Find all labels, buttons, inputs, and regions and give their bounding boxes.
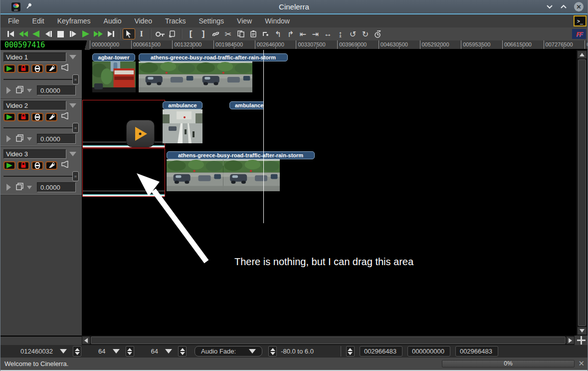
track-play-toggle[interactable] — [3, 161, 15, 170]
playhead-cursor[interactable] — [263, 50, 264, 223]
prev-label-button[interactable]: ↰ — [272, 28, 284, 39]
track-draw-toggle[interactable] — [45, 64, 57, 73]
track-fader-value[interactable] — [37, 134, 76, 144]
amplitude-value[interactable]: 64 — [98, 348, 105, 355]
selection-length-value[interactable]: 000000000 — [407, 346, 450, 357]
expand-crosshair-icon[interactable] — [575, 336, 588, 345]
track-expander-arrow[interactable] — [6, 184, 11, 191]
automation-layers-icon[interactable] — [16, 134, 24, 144]
selection-start-value[interactable]: 002966483 — [360, 346, 402, 357]
track-play-toggle[interactable] — [3, 64, 15, 73]
menu-settings[interactable]: Settings — [192, 14, 230, 27]
clip-title-bar[interactable]: athens-greece-busy-road-traffic-after-ra… — [167, 151, 315, 159]
menu-keyframes[interactable]: Keyframes — [51, 14, 97, 27]
paste-button[interactable] — [247, 28, 259, 39]
cut-button[interactable]: ✂ — [222, 28, 234, 39]
stop-button[interactable] — [54, 28, 67, 39]
menu-tracks[interactable]: Tracks — [159, 14, 192, 27]
play-button[interactable] — [79, 28, 92, 39]
empty-drag-area-track2[interactable] — [82, 100, 165, 148]
out-point-button[interactable]: ] — [197, 28, 209, 39]
slider-handle[interactable]: = — [72, 171, 79, 181]
track-arm-toggle[interactable] — [17, 64, 29, 73]
menu-edit[interactable]: Edit — [26, 14, 51, 27]
amplitude-spinner[interactable] — [126, 346, 134, 357]
sample-zoom-chevron-down-icon[interactable] — [60, 349, 67, 354]
clip-agbar-tower[interactable]: agbar-tower — [92, 53, 136, 61]
maximize-icon[interactable] — [560, 4, 567, 9]
track-fade-slider[interactable]: = — [3, 123, 80, 133]
selection-spinner[interactable] — [346, 346, 355, 357]
ff-badge-icon[interactable]: FF — [572, 29, 586, 39]
vertical-scrollbar[interactable] — [577, 50, 588, 336]
track-fade-slider[interactable]: = — [3, 74, 80, 84]
track-fade-slider[interactable]: = — [3, 171, 80, 181]
automation-layers-icon[interactable] — [16, 86, 24, 95]
track-menu-chevron-down-icon[interactable] — [69, 152, 76, 156]
label-button[interactable] — [209, 28, 222, 39]
track-menu-chevron-down-icon[interactable] — [69, 55, 76, 59]
clip-title-bar[interactable]: ambulance — [229, 101, 263, 109]
track-play-toggle[interactable] — [3, 113, 15, 121]
timeline-ruler[interactable]: 000000000 000661500 001323000 001984500 … — [90, 40, 588, 50]
track-monitor-speaker-icon[interactable] — [61, 161, 69, 170]
arrow-tool-button[interactable] — [123, 28, 135, 39]
automation-range-spinner[interactable] — [268, 346, 277, 357]
clip-title-bar[interactable]: agbar-tower — [92, 53, 135, 61]
fast-forward-button[interactable] — [92, 28, 104, 39]
track-height-value[interactable]: 64 — [151, 348, 158, 355]
automation-range-value[interactable]: -80.0 to 6.0 — [281, 348, 314, 355]
clip-athens-traffic-track1[interactable]: athens-greece-busy-road-traffic-after-ra… — [139, 53, 288, 61]
clip-ambulance-1[interactable]: ambulance — [163, 101, 202, 109]
span-keyframes-button[interactable] — [166, 28, 179, 39]
terminal-icon[interactable]: >_ — [574, 15, 587, 26]
horizontal-scrollbar[interactable] — [82, 336, 575, 345]
clip-ambulance-2[interactable]: ambulance — [229, 101, 263, 109]
fade-automation-line[interactable] — [83, 191, 165, 191]
track-height-spinner[interactable] — [178, 346, 187, 357]
track-expander-arrow[interactable] — [6, 135, 11, 142]
undo-button[interactable]: ↺ — [347, 28, 359, 39]
slider-handle[interactable]: = — [72, 123, 79, 133]
automation-chevron-down-icon[interactable] — [27, 186, 32, 189]
horizontal-scroll-thumb[interactable] — [91, 337, 566, 344]
frame-forward-button[interactable] — [67, 28, 79, 39]
track-arm-toggle[interactable] — [17, 113, 29, 121]
menu-video[interactable]: Video — [128, 14, 159, 27]
track-monitor-speaker-icon[interactable] — [61, 112, 69, 121]
vertical-scroll-thumb[interactable] — [578, 59, 586, 326]
close-icon[interactable]: ✕ — [574, 2, 584, 11]
ibeam-tool-button[interactable]: I — [135, 28, 148, 39]
fit-autos-button[interactable]: ↨ — [334, 28, 347, 39]
scroll-left-arrow[interactable] — [82, 337, 90, 344]
keyframe-button[interactable] — [154, 28, 166, 39]
track-fader-value[interactable] — [37, 85, 76, 95]
copy-button[interactable] — [234, 28, 247, 39]
track-monitor-speaker-icon[interactable] — [61, 64, 69, 73]
timeline-canvas[interactable]: agbar-tower athens-greece-busy-road-traf… — [82, 50, 577, 336]
scroll-right-arrow[interactable] — [567, 337, 574, 344]
track-expander-arrow[interactable] — [6, 87, 11, 94]
automation-layers-icon[interactable] — [16, 183, 24, 192]
prev-edit-button[interactable]: ⇤ — [297, 28, 309, 39]
track-title-input[interactable] — [3, 149, 66, 159]
toggle-label-button[interactable] — [259, 28, 272, 39]
next-edit-button[interactable]: ⇥ — [309, 28, 322, 39]
clip-athens-traffic-track3[interactable]: athens-greece-busy-road-traffic-after-ra… — [167, 151, 315, 159]
track-gang-toggle[interactable] — [31, 113, 43, 121]
menu-view[interactable]: View — [230, 14, 258, 27]
automation-chevron-down-icon[interactable] — [27, 137, 32, 141]
menu-audio[interactable]: Audio — [97, 14, 128, 27]
manual-goto-button[interactable] — [372, 28, 384, 39]
sample-zoom-value[interactable]: 012460032 — [20, 348, 53, 355]
track-title-input[interactable] — [3, 52, 66, 62]
selection-end-value[interactable]: 002966483 — [455, 346, 498, 357]
clip-title-bar[interactable]: athens-greece-busy-road-traffic-after-ra… — [139, 53, 288, 61]
play-reverse-button[interactable] — [29, 28, 42, 39]
menu-file[interactable]: File — [1, 14, 26, 27]
in-point-button[interactable]: [ — [185, 28, 197, 39]
automation-type-dropdown[interactable]: Audio Fade: — [195, 346, 262, 357]
track-arm-toggle[interactable] — [17, 161, 29, 170]
track-title-input[interactable] — [3, 101, 66, 110]
redo-button[interactable]: ↻ — [359, 28, 372, 39]
